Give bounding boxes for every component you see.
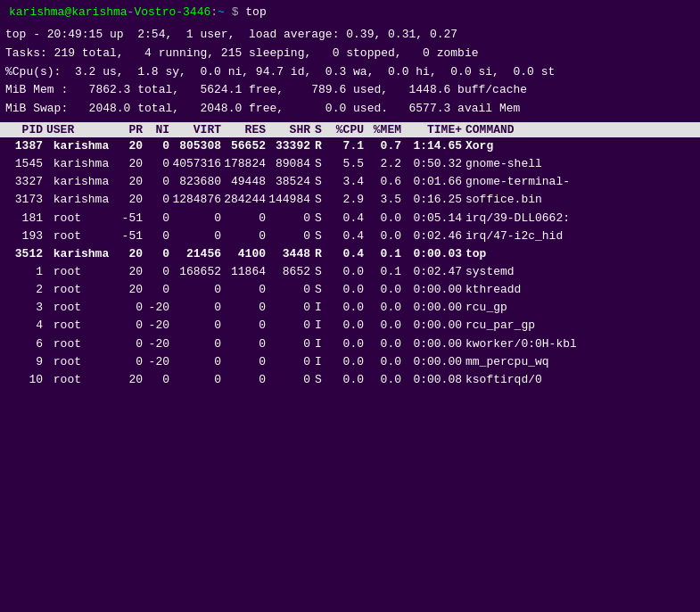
- cell-cmd: gnome-shell: [462, 155, 695, 173]
- cell-cpu: 0.4: [326, 227, 364, 245]
- cell-user: root: [43, 371, 116, 389]
- cell-cpu: 0.0: [326, 263, 364, 281]
- cell-pr: 20: [116, 137, 143, 155]
- cell-pr: 0: [116, 317, 143, 335]
- cell-s: I: [310, 299, 326, 317]
- header-s: S: [310, 123, 326, 136]
- cell-pid: 193: [5, 227, 43, 245]
- cell-virt: 4057316: [169, 155, 221, 173]
- cell-virt: 0: [169, 210, 221, 227]
- cell-cmd: kworker/0:0H-kbl: [462, 335, 695, 353]
- cell-user: root: [43, 335, 116, 353]
- cell-ni: 0: [143, 281, 169, 299]
- cell-time: 0:00.00: [401, 335, 462, 353]
- cell-virt: 168652: [169, 263, 221, 281]
- cell-shr: 0: [266, 317, 310, 335]
- info-line-4: MiB Mem : 7862.3 total, 5624.1 free, 789…: [5, 81, 695, 100]
- cell-res: 49448: [221, 173, 266, 191]
- cell-res: 0: [221, 371, 266, 389]
- cell-virt: 0: [169, 299, 221, 317]
- cell-mem: 0.0: [364, 371, 401, 389]
- cell-s: R: [310, 137, 326, 155]
- cell-user: root: [43, 210, 116, 227]
- info-line-3: %Cpu(s): 3.2 us, 1.8 sy, 0.0 ni, 94.7 id…: [5, 63, 695, 82]
- cell-res: 0: [221, 210, 266, 227]
- cell-shr: 0: [266, 335, 310, 353]
- cell-time: 0:00.08: [401, 371, 462, 389]
- cell-user: karishma: [43, 191, 116, 209]
- cell-pr: 20: [116, 191, 143, 209]
- cell-cpu: 0.0: [326, 371, 364, 389]
- cell-s: S: [310, 371, 326, 389]
- cell-ni: 0: [143, 155, 169, 173]
- cell-virt: 0: [169, 227, 221, 245]
- cell-cmd: gnome-terminal-: [462, 173, 695, 191]
- cell-mem: 0.0: [364, 335, 401, 353]
- terminal-window: karishma@karishma-Vostro-3446:~ $ top to…: [0, 0, 700, 389]
- cell-shr: 0: [266, 227, 310, 245]
- header-pid: PID: [5, 123, 43, 136]
- cell-user: root: [43, 353, 116, 371]
- cell-user: root: [43, 227, 116, 245]
- cell-cmd: mm_percpu_wq: [462, 353, 695, 371]
- cell-pid: 9: [5, 353, 43, 371]
- cell-ni: 0: [143, 227, 169, 245]
- cell-s: S: [310, 155, 326, 173]
- info-line-2: Tasks: 219 total, 4 running, 215 sleepin…: [5, 45, 695, 63]
- header-res: RES: [221, 123, 266, 136]
- cell-cpu: 3.4: [326, 173, 364, 191]
- cell-ni: 0: [143, 263, 169, 281]
- cell-user: root: [43, 299, 116, 317]
- table-row: 3327 karishma 20 0 823680 49448 38524 S …: [0, 173, 700, 191]
- cell-ni: -20: [143, 317, 169, 335]
- cell-shr: 0: [266, 281, 310, 299]
- cell-mem: 3.5: [364, 191, 401, 209]
- cell-cpu: 0.0: [326, 299, 364, 317]
- table-row: 2 root 20 0 0 0 0 S 0.0 0.0 0:00.00 kthr…: [0, 281, 700, 299]
- cell-s: S: [310, 191, 326, 209]
- cell-cpu: 5.5: [326, 155, 364, 173]
- cell-virt: 0: [169, 335, 221, 353]
- cell-user: root: [43, 281, 116, 299]
- process-list: 1387 karishma 20 0 805308 56652 33392 R …: [0, 137, 700, 389]
- cell-user: root: [43, 263, 116, 281]
- cell-cmd: rcu_par_gp: [462, 317, 695, 335]
- header-virt: VIRT: [169, 123, 221, 136]
- cell-res: 4100: [221, 245, 266, 263]
- cell-ni: 0: [143, 371, 169, 389]
- cell-cmd: kthreadd: [462, 281, 695, 299]
- cell-s: S: [310, 263, 326, 281]
- cell-pr: 0: [116, 353, 143, 371]
- prompt-symbol: $: [225, 5, 245, 19]
- cell-s: I: [310, 353, 326, 371]
- cell-mem: 0.0: [364, 210, 401, 227]
- cell-cpu: 0.0: [326, 281, 364, 299]
- cell-s: I: [310, 317, 326, 335]
- cell-shr: 0: [266, 371, 310, 389]
- column-headers: PID USER PR NI VIRT RES SHR S %CPU %MEM …: [0, 122, 700, 137]
- cell-ni: 0: [143, 210, 169, 227]
- cell-ni: 0: [143, 245, 169, 263]
- header-cpu: %CPU: [326, 123, 364, 136]
- cell-user: karishma: [43, 245, 116, 263]
- cell-pid: 6: [5, 335, 43, 353]
- cell-pr: 0: [116, 335, 143, 353]
- header-user: USER: [43, 123, 116, 136]
- cell-mem: 0.0: [364, 227, 401, 245]
- cell-pid: 181: [5, 210, 43, 227]
- cell-cpu: 7.1: [326, 137, 364, 155]
- header-pr: PR: [116, 123, 143, 136]
- cell-user: karishma: [43, 155, 116, 173]
- cell-pr: 20: [116, 263, 143, 281]
- cell-pr: 20: [116, 281, 143, 299]
- separator: :: [210, 5, 218, 19]
- cell-cpu: 0.0: [326, 335, 364, 353]
- table-row: 3 root 0 -20 0 0 0 I 0.0 0.0 0:00.00 rcu…: [0, 299, 700, 317]
- cell-shr: 3448: [266, 245, 310, 263]
- cell-ni: -20: [143, 299, 169, 317]
- cell-shr: 38524: [266, 173, 310, 191]
- table-row: 3173 karishma 20 0 1284876 284244 144984…: [0, 191, 700, 209]
- cell-mem: 0.0: [364, 281, 401, 299]
- cell-virt: 0: [169, 353, 221, 371]
- cell-shr: 144984: [266, 191, 310, 209]
